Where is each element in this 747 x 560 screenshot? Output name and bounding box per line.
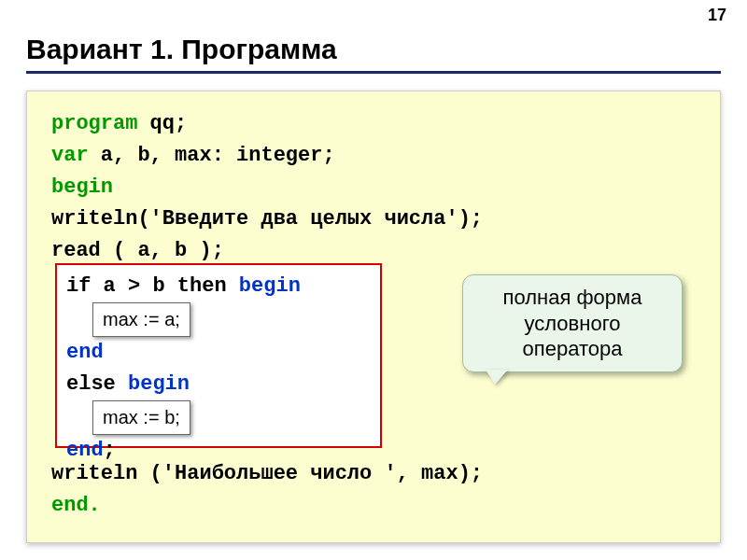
keyword-end-inner: end — [66, 439, 104, 462]
code-line: max := a; — [66, 302, 371, 337]
keyword-end: end. — [51, 494, 101, 517]
callout-tail-icon — [486, 370, 508, 385]
code-line: max := b; — [66, 400, 371, 435]
code-line: end; — [66, 435, 371, 467]
highlight-box: if a > b then begin max := a; end else b… — [55, 263, 382, 448]
code-line: if a > b then begin — [66, 271, 371, 302]
code-line: else begin — [66, 369, 371, 400]
page-number: 17 — [708, 6, 726, 25]
keyword-end-inner: end — [66, 341, 104, 364]
code-text: else — [66, 372, 128, 396]
code-line: var a, b, max: integer; — [51, 140, 696, 172]
callout-bubble: полная форма условного оператора — [462, 274, 683, 372]
keyword-begin-inner: begin — [239, 274, 301, 298]
keyword-var: var — [51, 144, 89, 167]
code-text: if a > b then — [66, 274, 239, 298]
code-block: program qq; var a, b, max: integer; begi… — [26, 91, 721, 543]
slide-title: Вариант 1. Программа — [26, 34, 721, 65]
code-line: begin — [51, 172, 696, 203]
keyword-program: program — [51, 112, 137, 135]
title-divider — [26, 71, 721, 74]
code-line: program qq; — [51, 108, 696, 140]
keyword-begin-inner: begin — [128, 372, 190, 396]
code-text: a, b, max: integer; — [89, 144, 335, 167]
assignment-chip: max := a; — [92, 302, 190, 337]
code-line: end — [66, 337, 371, 369]
assignment-chip: max := b; — [92, 400, 190, 435]
code-text: qq; — [137, 112, 187, 135]
slide-root: 17 Вариант 1. Программа program qq; var … — [0, 0, 747, 560]
callout-text: полная форма условного оператора — [503, 286, 642, 360]
keyword-begin: begin — [51, 175, 113, 199]
code-text: ; — [104, 439, 116, 462]
code-line: end. — [51, 490, 696, 522]
code-line: writeln('Введите два целых числа'); — [51, 203, 696, 235]
